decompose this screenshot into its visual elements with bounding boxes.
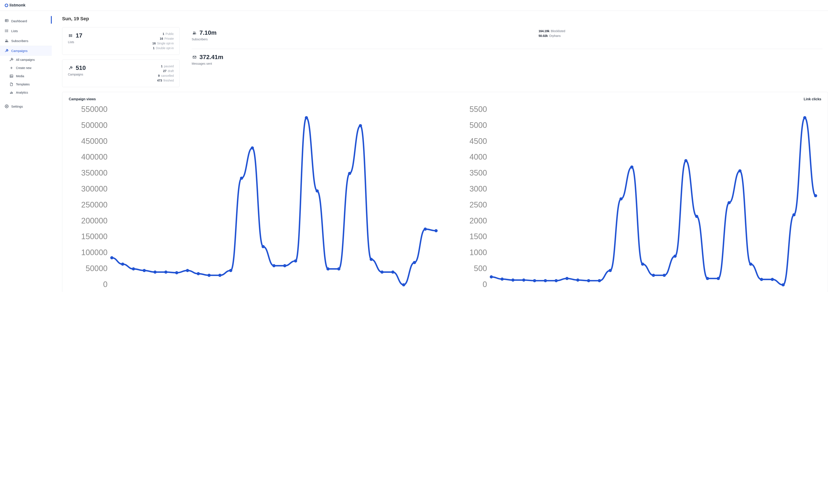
svg-point-53 [337,267,340,271]
svg-text:100000: 100000 [81,248,108,257]
svg-text:3000: 3000 [469,184,487,193]
svg-point-4 [6,40,7,41]
svg-point-88 [630,165,633,169]
svg-point-34 [132,267,135,271]
svg-text:2000: 2000 [469,216,487,225]
svg-point-43 [229,269,233,272]
svg-point-100 [760,278,763,281]
svg-point-33 [121,262,124,266]
svg-point-92 [673,255,677,258]
svg-point-61 [424,227,427,231]
svg-text:250000: 250000 [81,200,108,209]
svg-text:300000: 300000 [81,184,108,193]
nav-campaigns[interactable]: Campaigns [0,46,52,56]
svg-text:1500: 1500 [469,232,487,241]
chart-title-left: Campaign views [69,97,96,101]
svg-point-84 [587,279,590,282]
svg-point-50 [305,116,308,120]
nav-templates[interactable]: Templates [0,80,52,88]
campaigns-subnav: All campaigns Create new Media Templates… [0,56,52,97]
svg-text:200000: 200000 [81,216,108,225]
rocket-icon [9,58,13,62]
nav-label: All campaigns [16,58,35,61]
dashboard-icon [5,19,9,23]
nav-subscribers[interactable]: Subscribers [0,36,52,46]
nav-settings[interactable]: Settings [0,101,52,111]
svg-point-76 [500,278,504,281]
svg-point-55 [359,124,362,127]
nav-label: Analytics [16,91,28,94]
nav-dashboard[interactable]: Dashboard [0,16,52,26]
svg-text:5000: 5000 [469,121,487,130]
svg-text:0: 0 [483,280,487,289]
svg-point-62 [434,229,438,233]
subscribers-value: 7.10m [200,29,216,36]
svg-point-38 [175,271,178,274]
svg-point-32 [110,256,114,259]
lists-value: 17 [76,32,82,39]
charts-card: Campaign views Link clicks 0500001000001… [62,92,828,292]
svg-rect-9 [10,92,10,94]
svg-point-81 [554,279,558,282]
campaigns-value: 510 [76,65,86,71]
nav-create-new[interactable]: Create new [0,64,52,72]
svg-point-3 [5,32,6,32]
svg-point-87 [620,197,623,201]
svg-point-12 [6,106,7,107]
svg-point-90 [652,274,655,277]
nav-all-campaigns[interactable]: All campaigns [0,56,52,64]
svg-point-93 [685,159,688,162]
svg-text:2500: 2500 [469,200,487,209]
svg-point-98 [738,169,742,172]
nav-lists[interactable]: Lists [0,26,52,36]
subscribers-card: 7.10m Subscribers 164.19kBlocklisted 50.… [186,27,828,46]
topbar: listmonk [0,0,828,11]
brand[interactable]: listmonk [5,3,26,7]
image-icon [9,74,13,78]
messages-value: 372.41m [200,54,223,60]
svg-text:400000: 400000 [81,153,108,161]
svg-point-47 [272,264,276,267]
brand-text: listmonk [9,3,26,7]
rocket-icon [5,49,9,53]
svg-point-36 [154,270,157,274]
svg-text:4500: 4500 [469,137,487,145]
svg-point-52 [326,267,330,271]
svg-point-51 [316,190,319,193]
svg-point-94 [695,215,698,218]
svg-rect-11 [12,92,12,94]
svg-point-42 [218,274,222,277]
svg-point-60 [413,261,416,264]
campaigns-card: 510 Campaigns 1paused 27draft 9cancelled… [62,59,180,87]
subscribers-label: Subscribers [192,38,539,41]
nav-analytics[interactable]: Analytics [0,88,52,97]
messages-card: 372.41m Messages sent [186,54,828,70]
svg-point-80 [544,279,547,282]
nav-media[interactable]: Media [0,72,52,80]
svg-point-75 [490,276,493,279]
svg-point-57 [380,270,384,274]
svg-point-95 [706,277,709,280]
nav-label: Create new [16,66,32,70]
rocket-icon [68,65,74,71]
active-indicator [51,16,52,24]
svg-point-54 [348,172,351,175]
svg-text:3500: 3500 [469,168,487,177]
nav-label: Media [16,74,24,78]
svg-point-58 [391,270,395,274]
subscribers-breakdown: 164.19kBlocklisted 50.02kOrphans [539,29,822,41]
svg-point-105 [814,194,817,197]
svg-point-1 [5,30,6,30]
subscribers-icon [192,30,197,36]
svg-point-37 [164,270,168,274]
svg-text:500: 500 [474,264,487,273]
svg-text:150000: 150000 [81,232,108,241]
bar-chart-icon [9,91,13,94]
subscribers-icon [5,39,9,43]
svg-text:50000: 50000 [86,264,108,273]
lists-breakdown: 1Public 16Private 16Single opt-in 1Doubl… [126,32,174,50]
svg-point-78 [522,279,526,282]
campaign-views-chart: 0500001000001500002000002500003000003500… [69,106,442,292]
campaigns-label: Campaigns [68,73,126,76]
svg-point-103 [792,213,796,216]
